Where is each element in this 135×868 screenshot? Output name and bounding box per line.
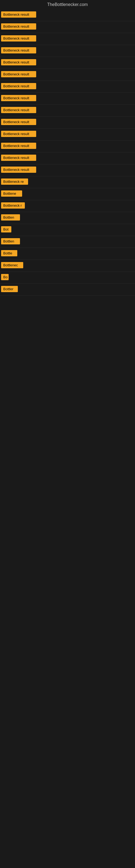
bottleneck-badge[interactable]: Bottleneck result (1, 83, 36, 89)
bottleneck-badge[interactable]: Bottleneck result (1, 59, 36, 65)
result-row[interactable]: Bottleneck result (0, 129, 135, 141)
result-row[interactable]: Bottlen (0, 212, 135, 224)
bottleneck-badge[interactable]: Bottleneck result (1, 35, 36, 41)
bottleneck-badge[interactable]: Bottlen (1, 214, 20, 220)
result-row[interactable]: Bottleneck result (0, 164, 135, 176)
bottleneck-badge[interactable]: Bottleneck result (1, 155, 36, 161)
bottleneck-badge[interactable]: Bottleneck result (1, 107, 36, 113)
result-row[interactable]: Bottleneck result (0, 45, 135, 57)
bottleneck-badge[interactable]: Bottleneck result (1, 23, 36, 30)
bottleneck-badge[interactable]: Bottleneck result (1, 11, 36, 18)
bottleneck-badge[interactable]: Bottleneck result (1, 166, 36, 173)
bottleneck-badge[interactable]: Bottleneck result (1, 95, 36, 101)
results-list: Bottleneck resultBottleneck resultBottle… (0, 9, 135, 296)
site-title: TheBottlenecker.com (0, 0, 135, 9)
result-row[interactable]: Bottlene (0, 188, 135, 200)
result-row[interactable]: Bottlen (0, 236, 135, 248)
bottleneck-badge[interactable]: Bottleneck r (1, 203, 25, 209)
result-row[interactable]: Bottleneck result (0, 57, 135, 69)
bottleneck-badge[interactable]: Bottleneck re (1, 179, 28, 185)
result-row[interactable]: Bottleneck result (0, 141, 135, 152)
bottleneck-badge[interactable]: Bottleneck result (1, 131, 36, 137)
result-row[interactable]: Bottleneck result (0, 81, 135, 93)
result-row[interactable]: Bot (0, 224, 135, 236)
bottleneck-badge[interactable]: Bo (1, 274, 9, 280)
bottleneck-badge[interactable]: Bottlen (1, 238, 20, 244)
site-title-text: TheBottlenecker.com (47, 2, 88, 7)
bottleneck-badge[interactable]: Bottleneck result (1, 47, 36, 54)
bottleneck-badge[interactable]: Bottleneck result (1, 143, 36, 149)
bottleneck-badge[interactable]: Bottleneck result (1, 119, 36, 125)
bottleneck-badge[interactable]: Bottlene (1, 190, 22, 197)
result-row[interactable]: Bottler (0, 284, 135, 296)
bottleneck-badge[interactable]: Bottler (1, 286, 18, 292)
result-row[interactable]: Bottleneck re (0, 176, 135, 188)
result-row[interactable]: Bottleneck result (0, 105, 135, 117)
result-row[interactable]: Bottlenec (0, 260, 135, 272)
bottleneck-badge[interactable]: Bottleneck result (1, 71, 36, 77)
bottleneck-badge[interactable]: Bottle (1, 250, 17, 256)
result-row[interactable]: Bottleneck result (0, 117, 135, 129)
result-row[interactable]: Bottleneck result (0, 69, 135, 81)
bottleneck-badge[interactable]: Bottlenec (1, 262, 23, 268)
bottleneck-badge[interactable]: Bot (1, 226, 11, 232)
result-row[interactable]: Bottleneck result (0, 152, 135, 164)
result-row[interactable]: Bottleneck r (0, 200, 135, 212)
result-row[interactable]: Bo (0, 272, 135, 284)
result-row[interactable]: Bottleneck result (0, 9, 135, 21)
result-row[interactable]: Bottle (0, 248, 135, 260)
result-row[interactable]: Bottleneck result (0, 33, 135, 45)
result-row[interactable]: Bottleneck result (0, 21, 135, 33)
result-row[interactable]: Bottleneck result (0, 93, 135, 105)
